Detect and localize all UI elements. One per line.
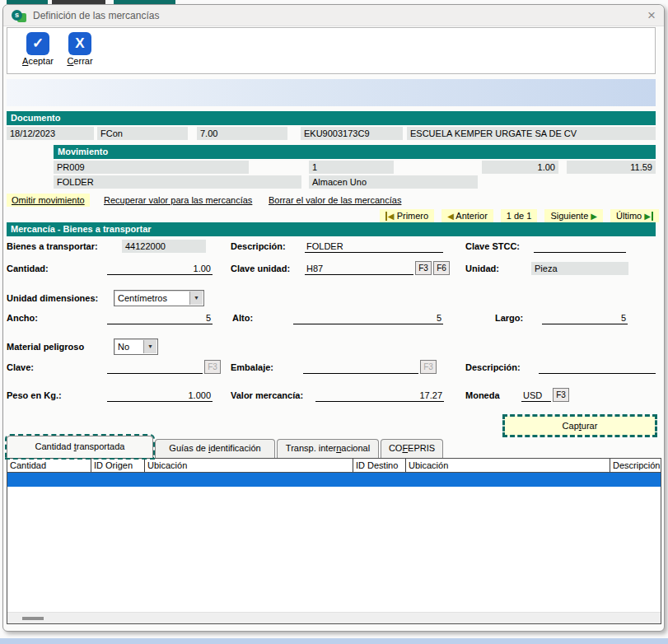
aceptar-button[interactable]: ✓ Aceptar [17,32,58,66]
documento-section-header: Documento [7,111,656,125]
clave-f3-button: F3 [204,360,221,374]
bienes-field[interactable]: 44122000 [122,240,206,253]
column-header-descripcion[interactable]: Descripción [610,459,661,472]
movimiento-precio-field: 11.59 [567,161,656,174]
column-header-id-origen[interactable]: ID Origen [91,459,145,472]
peso-label: Peso en Kg.: [7,390,62,400]
documento-rfc-field: EKU9003173C9 [301,127,403,140]
valor-mercancia-label: Valor mercancía: [231,390,303,400]
movimiento-codigo-field: PR009 [54,161,249,174]
documento-serie-field: FCon [97,127,188,140]
first-record-icon: ◀ [385,212,395,221]
chevron-down-icon[interactable]: ▼ [189,292,203,305]
documento-cliente-field: ESCUELA KEMPER URGATE SA DE CV [407,127,656,140]
unidad-dimensiones-select[interactable]: Centímetros ▼ [114,290,204,306]
cerrar-label: Cerrar [59,56,100,66]
ancho-input[interactable]: 5 [107,312,213,324]
selected-empty-row[interactable] [7,473,661,487]
mercancia-section-header: Mercancía - Bienes a transportar [7,222,656,236]
tab-guias-identificacion[interactable]: Guías de identificación [155,439,275,458]
movimiento-costo-field: 1.00 [482,161,558,174]
cantidad-input[interactable]: 1.00 [107,263,213,275]
dialog-title: Definición de las mercancías [33,10,159,21]
bienes-label: Bienes a transportar: [7,241,98,251]
clave-unidad-f6-button[interactable]: F6 [433,261,450,275]
cantidad-transportada-grid: Cantidad ID Origen Ubicación ID Destino … [7,458,661,624]
header-gradient-band [7,79,656,106]
ancho-label: Ancho: [7,313,38,323]
valor-mercancia-input[interactable]: 17.27 [315,390,444,402]
clave-stcc-input[interactable] [534,240,626,253]
largo-label: Largo: [495,313,523,323]
movimiento-cantidad-field: 1 [309,161,394,174]
desktop-background: s Definición de las mercancías × ✓ Acept… [0,0,668,644]
material-peligroso-select[interactable]: No ▼ [114,338,158,355]
alto-label: Alto: [232,313,253,323]
last-record-icon: ▶ [644,212,653,221]
unidad-dimensiones-label: Unidad dimensiones: [7,293,98,303]
tab-cofepris[interactable]: COFEPRIS [381,439,443,458]
clave-unidad-f3-button[interactable]: F3 [415,261,432,275]
previous-record-icon: ◀ [447,212,454,221]
primero-button[interactable]: ◀ Primero [380,209,434,222]
recuperar-valor-link[interactable]: Recuperar valor para las mercancías [104,195,252,205]
borrar-valor-link[interactable]: Borrar el valor de las mercancías [269,195,401,205]
accept-check-icon: ✓ [26,32,49,55]
embalaje-input[interactable] [303,362,418,374]
embalaje-f3-button: F3 [420,360,437,374]
toolbar-panel: ✓ Aceptar X Cerrar [7,27,656,74]
omitir-movimiento-link[interactable]: Omitir movimiento [7,194,90,207]
horizontal-scrollbar[interactable] [7,612,661,623]
embalaje-label: Embalaje: [231,362,273,372]
descripcion-label: Descripción: [231,241,286,251]
largo-input[interactable]: 5 [542,312,628,324]
clave-input[interactable] [107,362,203,374]
moneda-label: Moneda [465,390,500,400]
column-header-cantidad[interactable]: Cantidad [7,459,91,472]
scrollbar-thumb[interactable] [22,617,44,620]
siguiente-button[interactable]: Siguiente ▶ [544,209,603,222]
next-record-icon: ▶ [591,212,597,221]
documento-fecha-field: 18/12/2023 [7,127,94,140]
unidad-label: Unidad: [465,264,499,273]
aceptar-label: Aceptar [17,56,58,66]
app-icon: s [12,9,26,22]
close-x-icon: X [68,32,91,55]
clave-unidad-label: Clave unidad: [231,264,290,273]
title-bar[interactable]: s Definición de las mercancías × [3,5,664,26]
column-header-id-destino[interactable]: ID Destino [353,459,406,472]
cantidad-label: Cantidad: [7,264,49,273]
descripcion2-label: Descripción: [465,362,521,372]
alto-input[interactable]: 5 [293,312,443,324]
grid-header-row: Cantidad ID Origen Ubicación ID Destino … [7,459,661,473]
peso-input[interactable]: 1.000 [107,390,213,402]
movimiento-descripcion-field: FOLDER [54,175,301,189]
close-icon[interactable]: × [647,8,656,22]
moneda-f3-button[interactable]: F3 [553,388,569,402]
record-navigation: ◀ Primero ◀ Anterior 1 de 1 Siguiente ▶ … [376,209,659,222]
column-header-ubicacion-origen[interactable]: Ubicación [145,459,353,472]
mercancias-dialog: s Definición de las mercancías × ✓ Acept… [2,4,665,632]
material-peligroso-label: Material peligroso [7,342,84,352]
movimiento-section-header: Movimiento [54,145,656,159]
moneda-input[interactable]: USD [521,390,551,402]
tab-transp-internacional[interactable]: Transp. internacional [277,439,379,458]
column-header-ubicacion-destino[interactable]: Ubicación [406,459,610,472]
capturar-button[interactable]: Capturar [504,416,656,436]
background-taskbar-strip [0,638,668,644]
clave-stcc-label: Clave STCC: [465,241,520,251]
descripcion-input[interactable]: FOLDER [305,240,443,253]
unidad-field: Pieza [531,262,628,275]
cerrar-button[interactable]: X Cerrar [59,32,100,66]
clave-label: Clave: [7,362,34,372]
documento-folio-field: 7.00 [197,127,287,140]
clave-unidad-input[interactable]: H87 [305,263,413,275]
chevron-down-icon[interactable]: ▼ [143,340,156,353]
descripcion2-input[interactable] [539,362,656,374]
record-position-label: 1 de 1 [501,209,538,222]
anterior-button[interactable]: ◀ Anterior [441,209,493,222]
movimiento-almacen-field: Almacen Uno [309,175,478,189]
ultimo-button[interactable]: Último ▶ [610,209,659,222]
tab-cantidad-transportada[interactable]: Cantidad transportada [7,436,153,458]
